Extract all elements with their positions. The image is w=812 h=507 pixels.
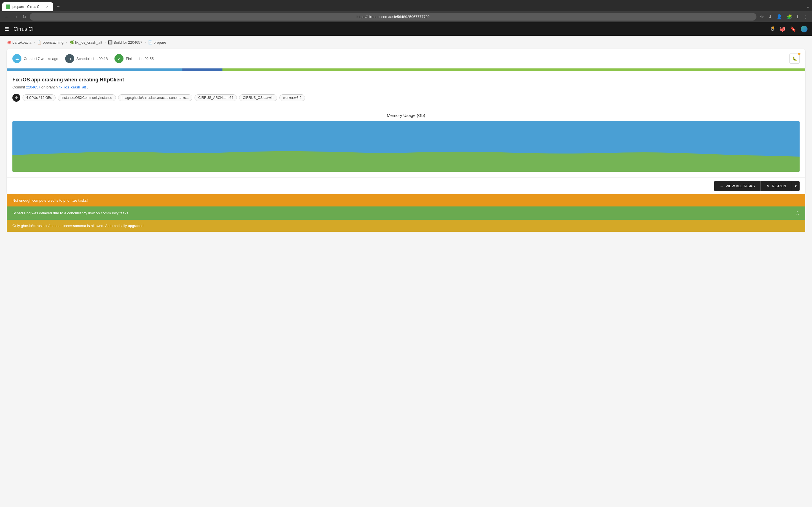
finished-status: ✓ Finished in 02:55 [114,54,154,63]
tag-instance[interactable]: instance:OSXCommunityInstance [58,94,116,101]
breadcrumb-current: 📄 prepare [148,40,166,45]
download-icon[interactable]: ⬇ [767,13,773,20]
refresh-button[interactable]: ↻ [21,13,28,20]
tag-arch[interactable]: CIRRUS_ARCH:arm64 [195,94,237,101]
instance-type-icon: ⚙ [12,94,20,102]
tag-cpu[interactable]: 4 CPUs / 12 GBs [22,94,56,101]
browser-chrome: prepare - Cirrus CI × + ⌄ ← → ↻ ☆ ⬇ 👤 🧩 … [0,0,812,22]
github-icon[interactable]: 🐙 [779,26,785,32]
user-avatar[interactable] [801,25,808,33]
toolbar-icons: ☆ ⬇ 👤 🧩 ℹ ⋮ [759,13,809,20]
build-icon: 🔲 [108,40,112,45]
rerun-button[interactable]: ↻ RE-RUN [760,181,792,191]
task-icon: 📄 [148,40,153,45]
main-card: ☁ Created 7 weeks ago ⇢ Scheduled in 00:… [7,49,805,194]
task-commit: Commit 2204657 on branch fix_ios_crash_a… [12,85,800,89]
tags-container: ⚙ 4 CPUs / 12 GBs instance:OSXCommunityI… [12,94,800,102]
notification-dot [772,26,774,29]
notification-credits-text: Not enough compute credits to prioritize… [12,198,88,203]
notification-upgrade: Only ghcr.io/cirruslabs/macos-runner:son… [7,220,805,232]
commit-end: . [87,85,88,89]
rerun-dropdown-button[interactable]: ▾ [792,181,800,191]
tab-close-button[interactable]: × [45,4,50,9]
breadcrumb-bartekpacia[interactable]: 🐙 bartekpacia [7,40,31,45]
progress-bar [7,68,805,71]
check-icon: ✓ [114,54,123,63]
tab-title: prepare - Cirrus CI [12,5,43,9]
arrow-left-icon: ← [720,184,723,188]
breadcrumb-branch[interactable]: 🌿 fix_ios_crash_alt [69,40,102,45]
scheduled-label: Scheduled in 00:18 [77,57,108,61]
scheduled-status: ⇢ Scheduled in 00:18 [65,54,108,63]
chart-title: Memory Usage (Gb) [12,113,800,118]
header-icons: ⚙ 🐙 🔖 [770,25,808,33]
bug-icon: 🐛 [792,56,797,61]
tab-end: ⌄ [63,4,810,10]
tab-favicon [6,4,10,9]
notification-credits: Not enough compute credits to prioritize… [7,194,805,207]
branch-link[interactable]: fix_ios_crash_alt [59,85,86,89]
chart-section: Memory Usage (Gb) [7,113,805,177]
breadcrumb-sep-4: › [145,40,146,45]
tag-worker[interactable]: worker:w3-2 [280,94,305,101]
breadcrumb-sep-3: › [104,40,105,45]
bookmark-header-icon[interactable]: 🔖 [790,26,796,32]
commit-text: Commit [12,85,25,89]
breadcrumb-sep-1: › [34,40,35,45]
progress-blue [7,68,183,71]
external-link-icon[interactable]: ⬡ [796,210,800,216]
commit-mid: on branch [42,85,59,89]
progress-blue2 [183,68,222,71]
breadcrumb-sep-2: › [66,40,67,45]
breadcrumb-opencaching[interactable]: 📋 opencaching [37,40,64,45]
notification-scheduling-text: Scheduling was delayed due to a concurre… [12,211,128,215]
settings-icon-wrap[interactable]: ⚙ [770,26,775,32]
back-button[interactable]: ← [3,13,10,20]
tab-list-button[interactable]: ⌄ [806,4,810,9]
url-input[interactable] [30,13,756,20]
refresh-icon: ↻ [766,184,769,188]
progress-green [222,68,805,71]
breadcrumb: 🐙 bartekpacia › 📋 opencaching › 🌿 fix_io… [7,40,805,45]
tag-image[interactable]: image:ghcr.io/cirruslabs/macos-sonoma-xc… [118,94,192,101]
cloud-icon: ☁ [12,54,21,63]
breadcrumb-build[interactable]: 🔲 Build for 2204657 [108,40,142,45]
button-group: ← VIEW ALL TASKS ↻ RE-RUN ▾ [714,181,800,191]
bookmark-icon[interactable]: ☆ [759,13,765,20]
page-content: 🐙 bartekpacia › 📋 opencaching › 🌿 fix_io… [0,36,812,507]
profile-icon[interactable]: 👤 [775,13,783,20]
tab-bar: prepare - Cirrus CI × + ⌄ [0,0,812,11]
notification-upgrade-text: Only ghcr.io/cirruslabs/macos-runner:son… [12,224,144,228]
extensions-icon[interactable]: 🧩 [785,13,794,20]
tag-os[interactable]: CIRRUS_OS:darwin [239,94,277,101]
task-info: Fix iOS app crashing when creating HttpC… [7,71,805,113]
app-header: ☰ Cirrus CI ⚙ 🐙 🔖 [0,22,812,36]
forward-button[interactable]: → [12,13,19,20]
view-all-tasks-button[interactable]: ← VIEW ALL TASKS [714,181,761,191]
schedule-icon: ⇢ [65,54,74,63]
created-status: ☁ Created 7 weeks ago [12,54,58,63]
hamburger-menu[interactable]: ☰ [4,26,9,32]
commit-hash-link[interactable]: 2204657 [26,85,40,89]
address-bar: ← → ↻ ☆ ⬇ 👤 🧩 ℹ ⋮ [0,11,812,22]
task-settings-button[interactable]: 🐛 [790,54,800,64]
info-icon[interactable]: ℹ [796,13,800,20]
active-tab[interactable]: prepare - Cirrus CI × [2,2,53,11]
finished-label: Finished in 02:55 [126,57,154,61]
created-label: Created 7 weeks ago [24,57,58,61]
repo-icon: 📋 [37,40,42,45]
memory-chart [12,121,800,172]
new-tab-button[interactable]: + [54,3,62,11]
notification-scheduling: Scheduling was delayed due to a concurre… [7,207,805,220]
menu-icon[interactable]: ⋮ [802,13,809,20]
action-bar: ← VIEW ALL TASKS ↻ RE-RUN ▾ [7,177,805,194]
github-small-icon: 🐙 [7,40,11,45]
task-title: Fix iOS app crashing when creating HttpC… [12,77,800,83]
branch-icon: 🌿 [69,40,74,45]
status-bar: ☁ Created 7 weeks ago ⇢ Scheduled in 00:… [7,49,805,68]
app-title: Cirrus CI [13,26,34,32]
